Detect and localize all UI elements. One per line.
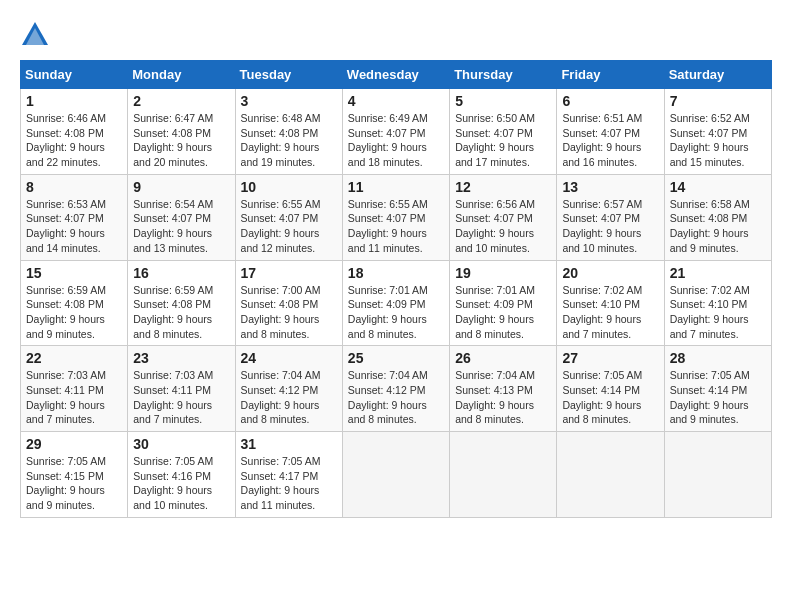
calendar-cell: 19Sunrise: 7:01 AMSunset: 4:09 PMDayligh… [450,260,557,346]
calendar-cell: 27Sunrise: 7:05 AMSunset: 4:14 PMDayligh… [557,346,664,432]
calendar-cell: 23Sunrise: 7:03 AMSunset: 4:11 PMDayligh… [128,346,235,432]
day-info: Sunrise: 7:05 AMSunset: 4:14 PMDaylight:… [562,368,658,427]
header-tuesday: Tuesday [235,61,342,89]
calendar-cell: 25Sunrise: 7:04 AMSunset: 4:12 PMDayligh… [342,346,449,432]
day-number: 3 [241,93,337,109]
calendar-cell: 28Sunrise: 7:05 AMSunset: 4:14 PMDayligh… [664,346,771,432]
calendar-cell: 29Sunrise: 7:05 AMSunset: 4:15 PMDayligh… [21,432,128,518]
day-info: Sunrise: 6:59 AMSunset: 4:08 PMDaylight:… [133,283,229,342]
day-info: Sunrise: 6:59 AMSunset: 4:08 PMDaylight:… [26,283,122,342]
day-number: 27 [562,350,658,366]
calendar-cell [342,432,449,518]
day-number: 5 [455,93,551,109]
header-friday: Friday [557,61,664,89]
header-monday: Monday [128,61,235,89]
calendar-header: SundayMondayTuesdayWednesdayThursdayFrid… [21,61,772,89]
day-number: 19 [455,265,551,281]
day-info: Sunrise: 7:05 AMSunset: 4:14 PMDaylight:… [670,368,766,427]
day-info: Sunrise: 7:03 AMSunset: 4:11 PMDaylight:… [26,368,122,427]
day-info: Sunrise: 6:47 AMSunset: 4:08 PMDaylight:… [133,111,229,170]
day-number: 2 [133,93,229,109]
day-number: 18 [348,265,444,281]
day-number: 8 [26,179,122,195]
calendar-cell: 17Sunrise: 7:00 AMSunset: 4:08 PMDayligh… [235,260,342,346]
calendar-cell: 13Sunrise: 6:57 AMSunset: 4:07 PMDayligh… [557,174,664,260]
calendar-cell: 4Sunrise: 6:49 AMSunset: 4:07 PMDaylight… [342,89,449,175]
calendar-cell: 9Sunrise: 6:54 AMSunset: 4:07 PMDaylight… [128,174,235,260]
header-row: SundayMondayTuesdayWednesdayThursdayFrid… [21,61,772,89]
day-number: 22 [26,350,122,366]
day-info: Sunrise: 7:03 AMSunset: 4:11 PMDaylight:… [133,368,229,427]
day-info: Sunrise: 7:02 AMSunset: 4:10 PMDaylight:… [670,283,766,342]
calendar-table: SundayMondayTuesdayWednesdayThursdayFrid… [20,60,772,518]
day-info: Sunrise: 7:02 AMSunset: 4:10 PMDaylight:… [562,283,658,342]
day-number: 21 [670,265,766,281]
day-number: 13 [562,179,658,195]
calendar-cell: 7Sunrise: 6:52 AMSunset: 4:07 PMDaylight… [664,89,771,175]
day-info: Sunrise: 7:05 AMSunset: 4:17 PMDaylight:… [241,454,337,513]
calendar-body: 1Sunrise: 6:46 AMSunset: 4:08 PMDaylight… [21,89,772,518]
day-number: 24 [241,350,337,366]
calendar-week-1: 1Sunrise: 6:46 AMSunset: 4:08 PMDaylight… [21,89,772,175]
header-wednesday: Wednesday [342,61,449,89]
day-info: Sunrise: 7:05 AMSunset: 4:16 PMDaylight:… [133,454,229,513]
calendar-cell: 24Sunrise: 7:04 AMSunset: 4:12 PMDayligh… [235,346,342,432]
day-info: Sunrise: 6:48 AMSunset: 4:08 PMDaylight:… [241,111,337,170]
calendar-cell: 10Sunrise: 6:55 AMSunset: 4:07 PMDayligh… [235,174,342,260]
calendar-cell: 3Sunrise: 6:48 AMSunset: 4:08 PMDaylight… [235,89,342,175]
day-info: Sunrise: 7:04 AMSunset: 4:13 PMDaylight:… [455,368,551,427]
calendar-cell: 5Sunrise: 6:50 AMSunset: 4:07 PMDaylight… [450,89,557,175]
calendar-week-3: 15Sunrise: 6:59 AMSunset: 4:08 PMDayligh… [21,260,772,346]
day-info: Sunrise: 6:58 AMSunset: 4:08 PMDaylight:… [670,197,766,256]
calendar-cell: 18Sunrise: 7:01 AMSunset: 4:09 PMDayligh… [342,260,449,346]
day-info: Sunrise: 6:52 AMSunset: 4:07 PMDaylight:… [670,111,766,170]
day-number: 7 [670,93,766,109]
calendar-week-2: 8Sunrise: 6:53 AMSunset: 4:07 PMDaylight… [21,174,772,260]
day-number: 14 [670,179,766,195]
day-number: 29 [26,436,122,452]
day-info: Sunrise: 6:51 AMSunset: 4:07 PMDaylight:… [562,111,658,170]
header-saturday: Saturday [664,61,771,89]
calendar-cell: 12Sunrise: 6:56 AMSunset: 4:07 PMDayligh… [450,174,557,260]
day-number: 9 [133,179,229,195]
day-info: Sunrise: 7:01 AMSunset: 4:09 PMDaylight:… [455,283,551,342]
calendar-cell [450,432,557,518]
day-number: 28 [670,350,766,366]
day-info: Sunrise: 6:55 AMSunset: 4:07 PMDaylight:… [241,197,337,256]
day-number: 17 [241,265,337,281]
calendar-cell: 30Sunrise: 7:05 AMSunset: 4:16 PMDayligh… [128,432,235,518]
calendar-week-5: 29Sunrise: 7:05 AMSunset: 4:15 PMDayligh… [21,432,772,518]
calendar-cell: 21Sunrise: 7:02 AMSunset: 4:10 PMDayligh… [664,260,771,346]
day-number: 4 [348,93,444,109]
header-thursday: Thursday [450,61,557,89]
calendar-cell [557,432,664,518]
calendar-cell: 6Sunrise: 6:51 AMSunset: 4:07 PMDaylight… [557,89,664,175]
header-sunday: Sunday [21,61,128,89]
logo-icon [20,20,50,50]
day-info: Sunrise: 6:55 AMSunset: 4:07 PMDaylight:… [348,197,444,256]
page-header [20,20,772,50]
calendar-week-4: 22Sunrise: 7:03 AMSunset: 4:11 PMDayligh… [21,346,772,432]
calendar-cell: 15Sunrise: 6:59 AMSunset: 4:08 PMDayligh… [21,260,128,346]
day-number: 31 [241,436,337,452]
calendar-cell: 31Sunrise: 7:05 AMSunset: 4:17 PMDayligh… [235,432,342,518]
day-info: Sunrise: 7:05 AMSunset: 4:15 PMDaylight:… [26,454,122,513]
day-info: Sunrise: 6:54 AMSunset: 4:07 PMDaylight:… [133,197,229,256]
day-number: 16 [133,265,229,281]
day-info: Sunrise: 6:57 AMSunset: 4:07 PMDaylight:… [562,197,658,256]
day-number: 11 [348,179,444,195]
calendar-cell: 14Sunrise: 6:58 AMSunset: 4:08 PMDayligh… [664,174,771,260]
calendar-cell: 26Sunrise: 7:04 AMSunset: 4:13 PMDayligh… [450,346,557,432]
day-info: Sunrise: 6:50 AMSunset: 4:07 PMDaylight:… [455,111,551,170]
day-number: 26 [455,350,551,366]
calendar-cell: 1Sunrise: 6:46 AMSunset: 4:08 PMDaylight… [21,89,128,175]
day-info: Sunrise: 7:01 AMSunset: 4:09 PMDaylight:… [348,283,444,342]
logo [20,20,54,50]
calendar-cell: 2Sunrise: 6:47 AMSunset: 4:08 PMDaylight… [128,89,235,175]
calendar-cell: 11Sunrise: 6:55 AMSunset: 4:07 PMDayligh… [342,174,449,260]
day-info: Sunrise: 6:53 AMSunset: 4:07 PMDaylight:… [26,197,122,256]
day-number: 20 [562,265,658,281]
day-number: 1 [26,93,122,109]
calendar-cell [664,432,771,518]
calendar-cell: 8Sunrise: 6:53 AMSunset: 4:07 PMDaylight… [21,174,128,260]
